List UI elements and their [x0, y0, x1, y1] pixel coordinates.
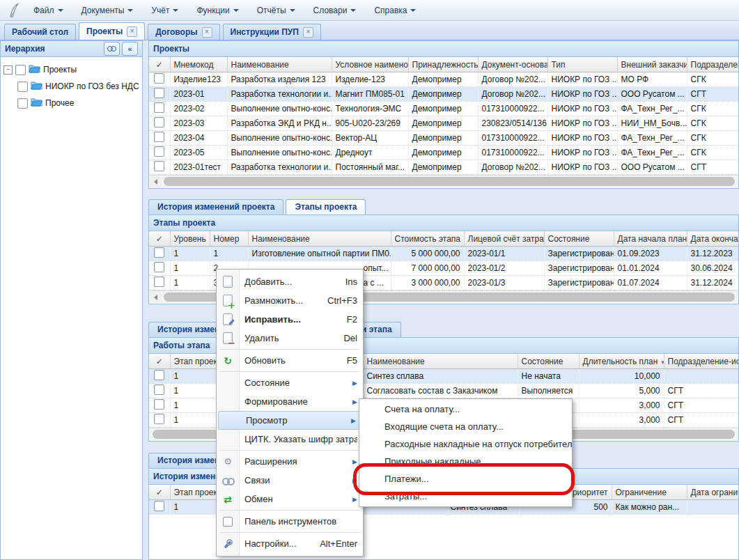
tree-expander-icon[interactable]: −	[3, 65, 13, 75]
menu-item-settings[interactable]: Настройки...Alt+Enter	[217, 534, 363, 553]
select-all-header[interactable]: ✓	[149, 57, 170, 72]
column-header[interactable]: Условное наименование	[332, 57, 408, 72]
column-header[interactable]: Подразделение	[687, 57, 739, 72]
tab-Этапы проекта[interactable]: Этапы проекта	[286, 199, 366, 215]
submenu-item-incoming-invoices[interactable]: Входящие счета на оплату...	[359, 418, 572, 435]
row-checkbox[interactable]	[154, 73, 164, 84]
menu-item-view[interactable]: Просмотр▶	[218, 411, 361, 430]
select-all-header[interactable]: ✓	[149, 485, 170, 500]
accounting-menu[interactable]: Учёт	[144, 3, 185, 17]
column-header[interactable]: Состояние	[544, 231, 614, 247]
tree-item[interactable]: −Проекты	[3, 61, 139, 78]
submenu-item-costs[interactable]: Затраты...	[359, 488, 572, 505]
tree-checkbox[interactable]	[17, 98, 28, 109]
tree-item[interactable]: Прочее	[3, 95, 139, 111]
tab-projects[interactable]: Проекты×	[79, 22, 145, 40]
menu-item-duplicate[interactable]: Размножить...Ctrl+F3	[217, 291, 363, 310]
table-row[interactable]: 2023-02Выполнение опытно-конс...Технолог…	[149, 102, 739, 116]
column-header[interactable]: Тип	[547, 57, 617, 72]
row-checkbox[interactable]	[154, 247, 164, 258]
reports-menu[interactable]: Отчёты	[250, 3, 302, 17]
menu-item-refresh[interactable]: ↻ОбновитьF5	[217, 351, 363, 370]
menu-item-toolbar-toggle[interactable]: Панель инструментов	[217, 512, 363, 531]
row-checkbox[interactable]	[154, 384, 164, 395]
file-menu[interactable]: Файл	[26, 3, 70, 17]
scrollbar-thumb[interactable]	[164, 177, 735, 186]
scroll-left-arrow-icon[interactable]	[150, 176, 161, 187]
tab-close-icon[interactable]: ×	[303, 27, 313, 38]
column-header[interactable]: Длительность план▼	[579, 354, 664, 369]
row-checkbox[interactable]	[154, 277, 164, 287]
documents-menu[interactable]: Документы	[75, 3, 141, 17]
row-checkbox[interactable]	[154, 88, 164, 98]
row-checkbox[interactable]	[154, 117, 164, 127]
table-row[interactable]: 11Изготовление опытной партии ПМ0...5 00…	[149, 247, 739, 261]
table-row[interactable]: 2023-05Выполнение опытно-конс...Дредноут…	[149, 146, 739, 160]
row-checkbox[interactable]	[154, 102, 164, 113]
submenu-item-outgoing-waybills[interactable]: Расходные накладные на отпуск потребител…	[359, 435, 572, 453]
column-header[interactable]: Дата начала план	[614, 231, 687, 247]
tab-close-icon[interactable]: ×	[202, 27, 212, 38]
tab-desktop[interactable]: Рабочий стол	[4, 24, 76, 40]
tree-item[interactable]: НИОКР по ГОЗ без НДС	[3, 78, 139, 95]
hierarchy-search-button[interactable]	[104, 42, 120, 56]
row-checkbox[interactable]	[154, 501, 164, 511]
row-checkbox[interactable]	[154, 132, 164, 142]
column-header[interactable]: Документ-основание	[478, 57, 547, 72]
menu-item-links[interactable]: Связи▶	[217, 471, 363, 490]
column-header[interactable]: Номер	[210, 231, 248, 247]
menu-item-extensions[interactable]: ⚙Расширения▶	[217, 452, 363, 471]
tree-checkbox[interactable]	[15, 65, 26, 75]
row-checkbox[interactable]	[154, 146, 164, 157]
projects-hscrollbar[interactable]	[150, 175, 738, 187]
menu-item-generation[interactable]: Формирование▶	[217, 392, 363, 411]
select-all-header[interactable]: ✓	[149, 231, 170, 247]
column-header[interactable]: Наименование	[363, 354, 518, 369]
column-header[interactable]: Состояние	[518, 354, 579, 369]
column-header[interactable]: Ограничение	[612, 485, 687, 500]
row-checkbox[interactable]	[154, 161, 164, 171]
column-header[interactable]: Наименование	[248, 231, 391, 247]
row-checkbox[interactable]	[154, 262, 164, 272]
column-header[interactable]: Лицевой счёт затрат.	[464, 231, 544, 247]
tree-checkbox[interactable]	[17, 81, 28, 92]
column-header[interactable]: Дата окончания	[687, 231, 739, 247]
column-header[interactable]: Стоимость этапа	[391, 231, 464, 247]
column-header[interactable]: Дата ограничения	[687, 485, 739, 500]
tab-История изменений проекта[interactable]: История изменений проекта	[148, 199, 283, 215]
menu-item-state[interactable]: Состояние▶	[217, 373, 363, 392]
column-header[interactable]: Подразделение-исполнитель	[664, 354, 739, 369]
menu-item-citk-cost-code[interactable]: ЦИТК. Указать шифр затрат...	[217, 430, 363, 449]
table-row[interactable]: 2023-01тестРазработка технологии и...Пос…	[149, 160, 739, 175]
column-header[interactable]: Внешний заказчик	[617, 57, 687, 72]
table-row[interactable]: Изделие123Разработка изделия 123Изделие-…	[149, 72, 739, 87]
row-checkbox[interactable]	[154, 414, 164, 424]
submenu-item-incoming-waybills[interactable]: Приходные накладные...	[359, 453, 572, 470]
column-header[interactable]: Принадлежность	[408, 57, 478, 72]
table-row[interactable]: 2023-01Разработка технологии и...Магнит …	[149, 87, 739, 102]
column-header[interactable]: Наименование	[227, 57, 332, 72]
menu-item-exchange[interactable]: ⇄Обмен▶	[217, 490, 363, 508]
menu-item-edit[interactable]: Исправить...F2	[217, 310, 363, 329]
column-header[interactable]: Уровень	[170, 231, 210, 247]
sidebar-collapse-button[interactable]: «	[122, 42, 138, 56]
submenu-item-payments[interactable]: Платежи...	[359, 470, 572, 488]
menu-item-delete[interactable]: УдалитьDel	[217, 329, 363, 348]
submenu-item-invoices[interactable]: Счета на оплату...	[359, 400, 572, 418]
menu-item-add[interactable]: Добавить...Ins	[217, 272, 363, 291]
functions-menu[interactable]: Функции	[189, 3, 245, 17]
select-all-header[interactable]: ✓	[149, 354, 170, 369]
row-checkbox[interactable]	[154, 399, 164, 410]
table-row[interactable]: 2023-03Разработка ЭКД и РКД н...905-U020…	[149, 116, 739, 131]
tab-label: Инструкции ПУП	[231, 24, 299, 40]
tab-contracts[interactable]: Договоры×	[148, 24, 219, 40]
dictionaries-menu[interactable]: Словари	[306, 3, 364, 17]
submenu-item-label: Платежи...	[384, 474, 429, 484]
row-checkbox[interactable]	[154, 370, 164, 380]
tab-pup-instructions[interactable]: Инструкции ПУП×	[223, 24, 321, 40]
help-menu[interactable]: Справка	[367, 3, 423, 17]
table-row[interactable]: 2023-04Выполнение опытно-конс...Вектор-А…	[149, 131, 739, 146]
tab-close-icon[interactable]: ×	[127, 26, 137, 37]
scroll-left-arrow-icon[interactable]	[150, 292, 161, 303]
column-header[interactable]: Мнемокод	[170, 57, 227, 72]
